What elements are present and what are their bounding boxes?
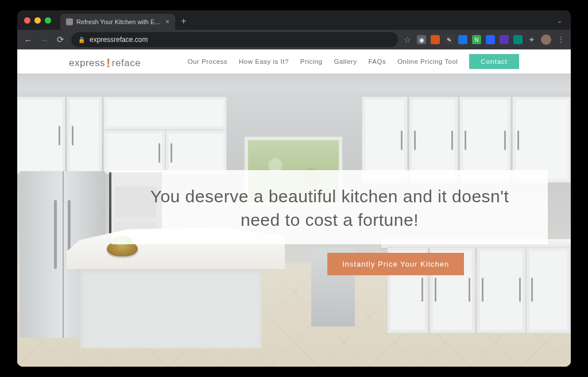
tab-strip: Refresh Your Kitchen with Exp… × + ⌄ <box>17 10 571 30</box>
extension-icon[interactable]: N <box>472 35 481 44</box>
expand-tabs-icon[interactable]: ⌄ <box>556 16 563 25</box>
upper-cabinet <box>165 130 227 174</box>
upper-cabinet <box>103 130 165 174</box>
upper-cabinet <box>103 97 227 130</box>
nav-pricing[interactable]: Pricing <box>300 58 323 65</box>
nav-online-pricing-tool[interactable]: Online Pricing Tool <box>397 58 458 65</box>
kitchen-island <box>67 228 285 348</box>
address-bar[interactable]: 🔒 expressreface.com <box>71 32 398 47</box>
lock-icon: 🔒 <box>78 37 85 43</box>
minimize-window-icon[interactable] <box>34 17 41 24</box>
browser-toolbar: ← → ⟳ 🔒 expressreface.com ☆ ◉ ✎ N ✦ ⋮ <box>17 30 571 49</box>
upper-cabinet <box>17 97 65 174</box>
bookmark-star-icon[interactable]: ☆ <box>404 35 411 44</box>
instantly-price-button[interactable]: Instantly Price Your Kitchen <box>327 253 464 275</box>
maximize-window-icon[interactable] <box>45 17 51 24</box>
reload-button[interactable]: ⟳ <box>55 34 65 45</box>
url-text: expressreface.com <box>90 36 148 44</box>
logo-part1: express <box>69 57 105 69</box>
contact-button[interactable]: Contact <box>469 54 519 69</box>
kitchen-ceiling <box>17 74 571 91</box>
extension-icon[interactable] <box>500 35 509 44</box>
nav-how-easy[interactable]: How Easy is It? <box>239 58 289 65</box>
back-button[interactable]: ← <box>23 35 33 45</box>
primary-nav: Our Process How Easy is It? Pricing Gall… <box>188 54 519 69</box>
upper-cabinet <box>67 97 102 174</box>
site-header: express ! reface Our Process How Easy is… <box>17 49 571 74</box>
extension-icon[interactable] <box>486 35 495 44</box>
base-cabinet <box>526 247 571 333</box>
extension-icon[interactable]: ✎ <box>444 35 454 44</box>
logo-part2: reface <box>112 57 141 69</box>
browser-window: Refresh Your Kitchen with Exp… × + ⌄ ← →… <box>17 10 571 367</box>
nav-faqs[interactable]: FAQs <box>368 58 386 65</box>
forward-button[interactable]: → <box>39 35 49 45</box>
close-tab-icon[interactable]: × <box>165 18 169 26</box>
browser-menu-icon[interactable]: ⋮ <box>557 35 565 44</box>
page-viewport: express ! reface Our Process How Easy is… <box>17 49 571 367</box>
logo-bang-icon: ! <box>106 56 111 71</box>
hero-headline: You deserve a beautiful kitchen and it d… <box>132 185 527 232</box>
nav-our-process[interactable]: Our Process <box>188 58 227 65</box>
window-controls <box>24 17 51 24</box>
extension-icon[interactable]: ◉ <box>417 35 426 44</box>
tab-title: Refresh Your Kitchen with Exp… <box>76 18 162 25</box>
extension-icon[interactable] <box>431 35 440 44</box>
browser-tab[interactable]: Refresh Your Kitchen with Exp… × <box>60 14 175 30</box>
profile-avatar-icon[interactable] <box>541 34 551 45</box>
extension-icons: ◉ ✎ N <box>417 35 523 44</box>
nav-gallery[interactable]: Gallery <box>334 58 357 65</box>
site-logo[interactable]: express ! reface <box>69 55 141 69</box>
extension-icon[interactable] <box>513 35 523 44</box>
close-window-icon[interactable] <box>24 17 30 24</box>
hero-headline-panel: You deserve a beautiful kitchen and it d… <box>111 170 548 244</box>
fridge-handle-icon <box>54 200 57 269</box>
base-cabinet <box>477 247 526 333</box>
hero-section: You deserve a beautiful kitchen and it d… <box>17 74 571 367</box>
new-tab-button[interactable]: + <box>181 16 186 26</box>
tab-favicon-icon <box>66 18 73 25</box>
extensions-menu-icon[interactable]: ✦ <box>528 35 535 44</box>
extension-icon[interactable] <box>458 35 467 44</box>
